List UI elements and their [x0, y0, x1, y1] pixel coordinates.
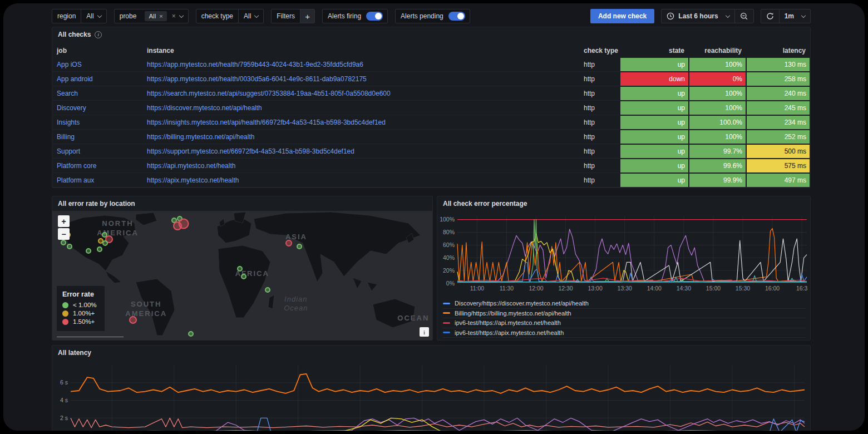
- table-row[interactable]: Supporthttps://support.mytestco.net/6697…: [52, 144, 810, 159]
- grafana-dashboard: region All probe All× × check type All F…: [3, 3, 865, 431]
- instance-link[interactable]: https://billing.mytestco.net/api/health: [147, 133, 254, 141]
- error-rate-dot[interactable]: [67, 244, 72, 249]
- chevron-down-icon: [254, 13, 259, 17]
- instance-cell[interactable]: https://insights.mytestco.net/api/health…: [142, 115, 579, 129]
- clear-icon[interactable]: ×: [172, 12, 176, 20]
- refresh-button[interactable]: [761, 9, 779, 23]
- legend-label: Discovery/https://discover.mytestco.net/…: [455, 300, 589, 307]
- table-row[interactable]: Insightshttps://insights.mytestco.net/ap…: [52, 115, 810, 130]
- job-cell[interactable]: Support: [52, 144, 142, 158]
- job-cell[interactable]: Discovery: [52, 101, 142, 115]
- instance-cell[interactable]: https://search.mytestco.net/api/suggest/…: [142, 86, 579, 100]
- probe-select[interactable]: ×: [167, 9, 188, 23]
- error-rate-dot[interactable]: [86, 248, 91, 254]
- job-link[interactable]: Search: [57, 90, 78, 97]
- col-check-type[interactable]: check type: [579, 44, 620, 57]
- table-row[interactable]: Discoveryhttps://discover.mytestco.net/a…: [52, 101, 810, 115]
- alerts-firing-control: Alerts firing: [322, 9, 388, 23]
- zoom-in-button[interactable]: +: [58, 215, 70, 227]
- instance-link[interactable]: https://api.mytestco.net/health: [147, 162, 235, 170]
- instance-cell[interactable]: https://api.mytestco.net/health: [142, 159, 579, 172]
- zoom-out-button[interactable]: [734, 9, 753, 23]
- table-row[interactable]: App androidhttps://app.mytestco.net/heal…: [52, 72, 810, 86]
- legend-swatch-icon: [62, 310, 68, 317]
- job-link[interactable]: Billing: [57, 133, 75, 141]
- job-link[interactable]: Platform core: [57, 162, 96, 170]
- table-row[interactable]: Platform corehttps://api.mytestco.net/he…: [52, 159, 810, 173]
- job-link[interactable]: App iOS: [57, 61, 82, 68]
- job-link[interactable]: Insights: [57, 119, 80, 126]
- error-rate-dot[interactable]: [237, 266, 243, 272]
- alerts-pending-toggle[interactable]: [448, 12, 465, 21]
- instance-link[interactable]: https://app.mytestco.net/health/0030d5a6…: [147, 75, 367, 83]
- error-rate-dot[interactable]: [97, 246, 102, 252]
- table-row[interactable]: Billinghttps://billing.mytestco.net/api/…: [52, 130, 810, 144]
- job-link[interactable]: Discovery: [57, 104, 86, 112]
- instance-link[interactable]: https://insights.mytestco.net/api/health…: [147, 119, 386, 126]
- job-cell[interactable]: Billing: [52, 130, 142, 144]
- job-cell[interactable]: Insights: [52, 115, 142, 129]
- error-rate-dot[interactable]: [129, 316, 137, 324]
- table-row[interactable]: Platform auxhttps://apix.mytestco.net/he…: [52, 173, 810, 188]
- probe-filter: probe All× ×: [114, 9, 189, 23]
- time-range-button[interactable]: Last 6 hours: [662, 9, 734, 23]
- error-rate-dot[interactable]: [285, 240, 292, 246]
- instance-link[interactable]: https://support.mytestco.net/66972fb4-4a…: [147, 147, 354, 155]
- instance-link[interactable]: https://discover.mytestco.net/api/health: [147, 104, 262, 112]
- job-cell[interactable]: App iOS: [52, 57, 142, 71]
- zoom-out-button[interactable]: −: [58, 228, 70, 240]
- error-rate-dot[interactable]: [61, 240, 66, 245]
- value-badge: 100%: [689, 101, 746, 115]
- instance-link[interactable]: https://app.mytestco.net/health/7959b443…: [147, 61, 363, 68]
- chart-legend-item[interactable]: ipv6-test/https://apix.mytestco.net/heal…: [443, 328, 806, 338]
- info-icon[interactable]: i: [95, 31, 102, 38]
- col-state[interactable]: state: [620, 44, 689, 57]
- map-attribution-button[interactable]: i: [420, 327, 429, 337]
- probe-chip[interactable]: All×: [145, 11, 166, 21]
- job-cell[interactable]: Platform aux: [52, 173, 142, 187]
- instance-cell[interactable]: https://app.mytestco.net/health/0030d5a6…: [142, 72, 579, 86]
- instance-cell[interactable]: https://app.mytestco.net/health/7959b443…: [142, 57, 579, 71]
- job-link[interactable]: Support: [57, 147, 80, 155]
- error-rate-dot[interactable]: [297, 244, 302, 249]
- job-cell[interactable]: Platform core: [52, 159, 142, 172]
- error-rate-dot[interactable]: [188, 331, 194, 337]
- instance-cell[interactable]: https://apix.mytestco.net/health: [142, 173, 579, 187]
- job-link[interactable]: App android: [57, 75, 93, 83]
- instance-cell[interactable]: https://discover.mytestco.net/api/health: [142, 101, 579, 115]
- job-link[interactable]: Platform aux: [57, 176, 94, 184]
- col-instance[interactable]: instance: [142, 44, 579, 57]
- region-select[interactable]: All: [81, 9, 106, 23]
- chart-legend-item[interactable]: Discovery/https://discover.mytestco.net/…: [443, 299, 806, 309]
- map-zoom-control: + −: [58, 215, 70, 240]
- close-icon[interactable]: ×: [159, 13, 162, 19]
- instance-cell[interactable]: https://support.mytestco.net/66972fb4-4a…: [142, 144, 579, 158]
- add-new-check-button[interactable]: Add new check: [590, 9, 654, 23]
- error-rate-dot[interactable]: [241, 274, 246, 279]
- instance-link[interactable]: https://search.mytestco.net/api/suggest/…: [147, 90, 391, 97]
- job-cell[interactable]: App android: [52, 72, 142, 86]
- col-latency[interactable]: latency: [746, 44, 810, 57]
- check-type-select[interactable]: All: [238, 9, 263, 23]
- refresh-interval-select[interactable]: 1m: [779, 9, 810, 23]
- error-rate-dot[interactable]: [102, 240, 108, 246]
- table-row[interactable]: App iOShttps://app.mytestco.net/health/7…: [52, 57, 810, 72]
- job-cell[interactable]: Search: [52, 86, 142, 100]
- checks-table-body: App iOShttps://app.mytestco.net/health/7…: [52, 57, 810, 188]
- error-rate-dot[interactable]: [265, 287, 270, 293]
- chart-legend-item[interactable]: ipv6-test/https://api.mytestco.net/healt…: [443, 318, 806, 328]
- latency-chart[interactable]: 0 s2 s4 s6 s: [52, 360, 811, 431]
- chart-legend-item[interactable]: Billing/https://billing.mytestco.net/api…: [443, 309, 806, 319]
- table-row[interactable]: Searchhttps://search.mytestco.net/api/su…: [52, 86, 810, 101]
- checks-table-header: job instance check type state reachabili…: [52, 44, 810, 57]
- col-job[interactable]: job: [52, 44, 142, 57]
- add-filter-button[interactable]: +: [300, 9, 314, 23]
- error-chart[interactable]: 11:0011:3012:0012:3013:0013:3014:0014:30…: [437, 211, 811, 295]
- instance-cell[interactable]: https://billing.mytestco.net/api/health: [142, 130, 579, 144]
- col-reachability[interactable]: reachability: [689, 44, 746, 57]
- alerts-firing-toggle[interactable]: [366, 12, 383, 21]
- reachability-cell: 100.0%: [689, 115, 746, 129]
- instance-link[interactable]: https://apix.mytestco.net/health: [147, 176, 239, 184]
- error-rate-dot[interactable]: [178, 218, 189, 229]
- world-map[interactable]: NORTHAMERICASOUTHAMERICAAFRICAASIAIndian…: [52, 211, 432, 340]
